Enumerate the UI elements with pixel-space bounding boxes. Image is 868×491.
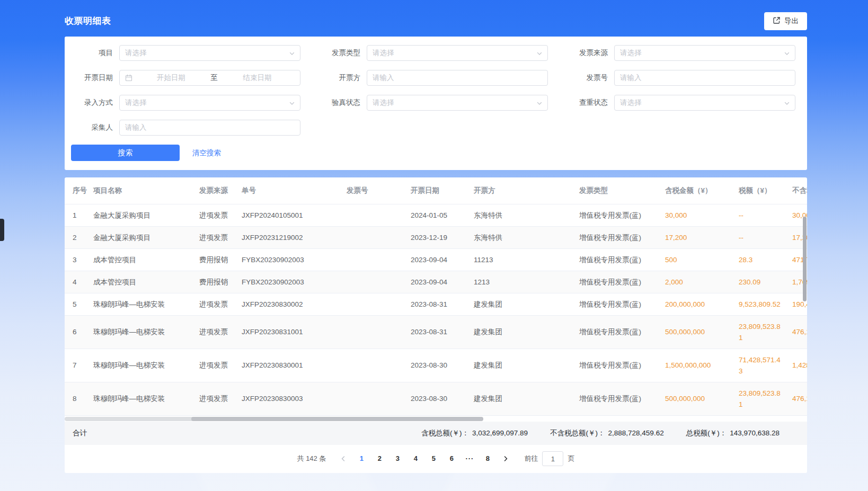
invoice-source-select[interactable]: 请选择: [614, 45, 795, 61]
summary-items: 含税总额(￥)：3,032,699,097.89不含税总额(￥)：2,888,7…: [421, 428, 807, 438]
cell-type: 增值税专用发票(蓝): [574, 382, 660, 415]
chevron-down-icon: [784, 50, 790, 58]
summary-row: 合计 含税总额(￥)：3,032,699,097.89不含税总额(￥)：2,88…: [65, 422, 807, 445]
field-collector: 采集人请输入: [65, 120, 312, 136]
vertical-scrollbar-thumb[interactable]: [803, 217, 807, 301]
clear-search-link[interactable]: 清空搜索: [192, 148, 221, 158]
end-date-placeholder: 结束日期: [220, 73, 295, 83]
filter-panel: 项目请选择发票类型请选择发票来源请选择开票日期开始日期至结束日期开票方请输入发票…: [65, 37, 807, 170]
cell-date: 2023-09-04: [405, 248, 468, 271]
cell-issuer: 建发集团: [468, 349, 574, 382]
pagination-ellipsis[interactable]: ···: [462, 451, 477, 466]
page-button-8[interactable]: 8: [480, 451, 495, 466]
goto-page-group: 前往 页: [524, 451, 574, 466]
field-invoice-date: 开票日期开始日期至结束日期: [65, 70, 312, 86]
page-button-3[interactable]: 3: [390, 451, 405, 466]
entry-method-select[interactable]: 请选择: [119, 95, 300, 111]
filter-actions: 搜索 清空搜索: [65, 145, 807, 161]
page-button-4[interactable]: 4: [408, 451, 423, 466]
next-page-button[interactable]: [498, 451, 513, 466]
dup-check-status-select[interactable]: 请选择: [614, 95, 795, 111]
summary-item-label: 不含税总额(￥)：: [550, 429, 605, 437]
cell-order_no: FYBX20230902003: [236, 248, 341, 271]
goto-suffix-label: 页: [568, 454, 574, 463]
field-label-project: 项目: [65, 48, 119, 58]
col-header-source: 发票来源: [194, 177, 236, 204]
cell-order_no: JXFP20230830003: [236, 382, 341, 415]
cell-type: 增值税专用发票(蓝): [574, 204, 660, 226]
cell-amount: 500,000,000: [660, 382, 733, 415]
export-button[interactable]: 导出: [764, 12, 807, 30]
cell-no: 8: [65, 382, 88, 415]
cell-tax: --: [733, 204, 787, 226]
page-button-2[interactable]: 2: [372, 451, 387, 466]
issuer-placeholder: 请输入: [373, 73, 394, 83]
cell-project: 珠穆朗玛峰—电梯安装: [88, 315, 194, 349]
cell-net: 476,190,476.19: [787, 315, 807, 349]
chevron-down-icon: [784, 100, 790, 108]
summary-item-2: 总税额(￥)：143,970,638.28: [686, 428, 780, 438]
cell-tax: 23,809,523.81: [733, 382, 787, 415]
col-header-type: 发票类型: [574, 177, 660, 204]
page-buttons: 123456···8: [352, 451, 497, 466]
goto-page-input[interactable]: [542, 451, 563, 466]
summary-item-value: 143,970,638.28: [730, 429, 780, 437]
cell-net: 1,428,571,428.57: [787, 349, 807, 382]
filter-grid: 项目请选择发票类型请选择发票来源请选择开票日期开始日期至结束日期开票方请输入发票…: [65, 45, 807, 136]
invoice-no-placeholder: 请输入: [620, 73, 642, 83]
cell-date: 2023-08-30: [405, 349, 468, 382]
summary-item-value: 2,888,728,459.62: [608, 429, 664, 437]
invoice-no-input[interactable]: 请输入: [614, 70, 795, 86]
cell-order_no: JXFP20230830001: [236, 349, 341, 382]
cell-type: 增值税专用发票(蓝): [574, 226, 660, 248]
collector-input[interactable]: 请输入: [119, 120, 300, 136]
collapsed-drawer-tab[interactable]: [0, 219, 4, 241]
cell-tax: 71,428,571.43: [733, 349, 787, 382]
invoice-date-daterange[interactable]: 开始日期至结束日期: [119, 70, 300, 86]
issuer-input[interactable]: 请输入: [367, 70, 548, 86]
cell-source: 进项发票: [194, 293, 236, 315]
table-header-row: 序号项目名称发票来源单号发票号开票日期开票方发票类型含税金额（¥）税额（¥）不含…: [65, 177, 807, 204]
field-entry-method: 录入方式请选择: [65, 95, 312, 111]
field-label-invoice-no: 发票号: [560, 73, 614, 83]
cell-no: 2: [65, 226, 88, 248]
field-label-entry-method: 录入方式: [65, 98, 119, 108]
cell-source: 进项发票: [194, 204, 236, 226]
page-button-5[interactable]: 5: [426, 451, 441, 466]
cell-tax: 23,809,523.81: [733, 315, 787, 349]
horizontal-scrollbar-thumb[interactable]: [191, 417, 483, 421]
cell-amount: 17,200: [660, 226, 733, 248]
invoice-type-select[interactable]: 请选择: [367, 45, 548, 61]
col-header-no: 序号: [65, 177, 88, 204]
chevron-down-icon: [536, 100, 543, 108]
cell-type: 增值税专用发票(蓝): [574, 271, 660, 293]
page-button-1[interactable]: 1: [354, 451, 369, 466]
page-button-6[interactable]: 6: [444, 451, 459, 466]
verify-status-placeholder: 请选择: [373, 98, 394, 108]
cell-source: 进项发票: [194, 226, 236, 248]
cell-source: 费用报销: [194, 271, 236, 293]
field-verify-status: 验真状态请选择: [312, 95, 560, 111]
cell-type: 增值税专用发票(蓝): [574, 293, 660, 315]
export-button-label: 导出: [784, 16, 799, 26]
prev-page-button[interactable]: [336, 451, 351, 466]
cell-project: 成本管控项目: [88, 271, 194, 293]
cell-tax: --: [733, 226, 787, 248]
col-header-net: 不含税金额（¥）: [787, 177, 807, 204]
field-label-collector: 采集人: [65, 123, 119, 132]
project-placeholder: 请选择: [125, 48, 147, 58]
cell-tax: 230.09: [733, 271, 787, 293]
cell-invoice_no: [341, 271, 405, 293]
col-header-tax: 税额（¥）: [733, 177, 787, 204]
start-date-placeholder: 开始日期: [134, 73, 208, 83]
col-header-invoice_no: 发票号: [341, 177, 405, 204]
summary-item-1: 不含税总额(￥)：2,888,728,459.62: [550, 428, 664, 438]
verify-status-select[interactable]: 请选择: [367, 95, 548, 111]
cell-amount: 500,000,000: [660, 315, 733, 349]
search-button[interactable]: 搜索: [71, 145, 180, 161]
project-select[interactable]: 请选择: [119, 45, 300, 61]
cell-project: 成本管控项目: [88, 248, 194, 271]
cell-source: 进项发票: [194, 382, 236, 415]
table-row: 5珠穆朗玛峰—电梯安装进项发票JXFP202308300022023-08-31…: [65, 293, 807, 315]
cell-project: 珠穆朗玛峰—电梯安装: [88, 349, 194, 382]
